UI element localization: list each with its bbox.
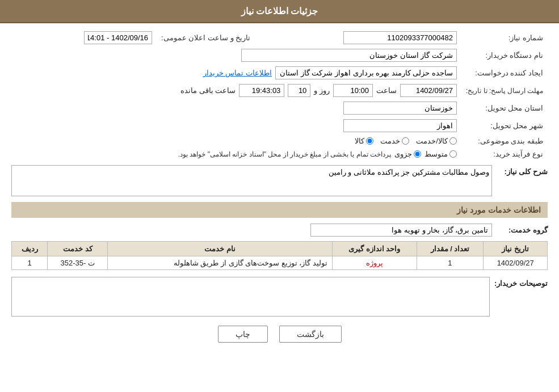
- info-table: شماره نیاز: تاریخ و ساعت اعلان عمومی: نا…: [11, 29, 548, 161]
- province-input[interactable]: [343, 102, 457, 115]
- radio-jozvi[interactable]: جزوی: [394, 150, 421, 158]
- buyer-name-input[interactable]: [241, 49, 457, 62]
- category-label: طبقه بندی موضوعی:: [461, 134, 548, 147]
- deadline-date-input[interactable]: [400, 84, 457, 97]
- col-row-num: ردیف: [12, 242, 48, 256]
- announce-date-input[interactable]: [84, 31, 152, 44]
- deadline-label: مهلت ارسال پاسخ: تا تاریخ:: [461, 82, 548, 99]
- city-input[interactable]: [343, 119, 457, 132]
- service-group-label: گروه خدمت:: [497, 226, 548, 234]
- col-service-code: کد خدمت: [48, 242, 108, 256]
- cell-date: 1402/09/27: [484, 256, 548, 270]
- print-button[interactable]: چاپ: [218, 326, 268, 343]
- radio-motevasset-label: متوسط: [424, 150, 448, 158]
- process-label: نوع فرآیند خرید:: [461, 147, 548, 161]
- buyer-name-label: نام دستگاه خریدار:: [461, 47, 548, 64]
- back-button[interactable]: بازگشت: [279, 326, 342, 343]
- cell-row-num: 1: [12, 256, 48, 270]
- creator-input[interactable]: [275, 66, 457, 79]
- col-date: تاریخ نیاز: [484, 242, 548, 256]
- announce-date-label: تاریخ و ساعت اعلان عمومی:: [157, 29, 255, 47]
- need-number-label: شماره نیاز:: [461, 29, 548, 47]
- deadline-remaining-label: ساعت باقی مانده: [180, 86, 236, 95]
- bottom-buttons: بازگشت چاپ: [11, 326, 548, 343]
- services-section-header: اطلاعات خدمات مورد نیاز: [11, 202, 548, 218]
- city-label: شهر محل تحویل:: [461, 117, 548, 134]
- deadline-days-input[interactable]: [288, 84, 310, 97]
- radio-kala-khadamat[interactable]: کالا/خدمت: [416, 137, 457, 145]
- creator-contact-link[interactable]: اطلاعات تماس خریدار: [203, 69, 272, 77]
- creator-label: ایجاد کننده درخواست:: [461, 64, 548, 82]
- page-title: جزئیات اطلاعات نیاز: [241, 6, 318, 16]
- need-desc-textarea[interactable]: وصول مطالبات مشترکین جز پراکنده ملاثانی …: [11, 165, 492, 196]
- table-row: 1402/09/27 1 پروژه تولید گاز، توزیع سوخت…: [12, 256, 548, 270]
- buyer-desc-label: توصیحات خریدار:: [494, 277, 548, 288]
- need-number-input[interactable]: [343, 31, 457, 44]
- radio-khadamat-label: خدمت: [380, 137, 400, 145]
- deadline-days-label: روز و: [314, 86, 330, 95]
- radio-kala-label: کالا: [355, 137, 364, 145]
- radio-motevasset[interactable]: متوسط: [424, 150, 457, 158]
- deadline-time-input[interactable]: [333, 84, 373, 97]
- col-unit: واحد اندازه گیری: [333, 242, 417, 256]
- cell-unit: پروژه: [333, 256, 417, 270]
- service-group-input[interactable]: [310, 224, 492, 237]
- col-service-name: نام خدمت: [108, 242, 333, 256]
- radio-kala[interactable]: کالا: [355, 137, 373, 145]
- radio-kala-khadamat-label: کالا/خدمت: [416, 137, 448, 145]
- process-desc: پرداخت تمام یا بخشی از مبلغ خریدار از مح…: [178, 150, 391, 158]
- cell-service-code: ت -35-352: [48, 256, 108, 270]
- buyer-desc-textarea[interactable]: [11, 277, 490, 317]
- province-label: استان محل تحویل:: [461, 99, 548, 117]
- radio-khadamat[interactable]: خدمت: [380, 137, 409, 145]
- deadline-remaining-input[interactable]: [239, 84, 284, 97]
- deadline-time-label: ساعت: [376, 86, 397, 95]
- services-table: تاریخ نیاز تعداد / مقدار واحد اندازه گیر…: [11, 241, 548, 270]
- page-header: جزئیات اطلاعات نیاز: [0, 0, 559, 23]
- col-quantity: تعداد / مقدار: [417, 242, 484, 256]
- need-desc-label: شرح کلی نیاز:: [497, 165, 548, 176]
- cell-quantity: 1: [417, 256, 484, 270]
- cell-service-name: تولید گاز، توزیع سوخت‌های گازی از طریق ش…: [108, 256, 333, 270]
- radio-jozvi-label: جزوی: [394, 150, 412, 158]
